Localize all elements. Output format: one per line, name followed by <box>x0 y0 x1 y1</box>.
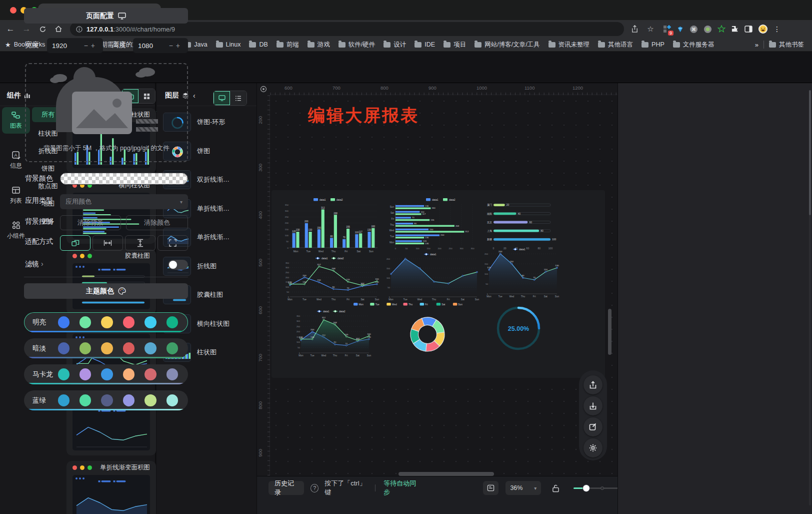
lock-icon[interactable] <box>552 484 560 492</box>
bookmark-folder[interactable]: 设计 <box>384 41 406 49</box>
horizontal-scrollbar[interactable] <box>398 472 494 476</box>
forward-icon[interactable]: → <box>21 24 32 35</box>
back-icon[interactable]: ← <box>5 24 16 35</box>
theme-row-马卡龙[interactable]: 马卡龙 <box>24 364 188 384</box>
edit-button[interactable] <box>584 417 602 436</box>
clear-background-button[interactable]: 清除背景 <box>60 215 121 230</box>
bookmarks-star-icon[interactable]: ★ <box>5 41 11 49</box>
theme-row-蓝绿[interactable]: 蓝绿 <box>24 390 188 410</box>
svg-text:50: 50 <box>298 346 300 349</box>
fit-scale-button[interactable] <box>60 235 90 251</box>
svg-text:Sun: Sun <box>375 298 380 301</box>
layer-view-toggle-group <box>213 91 247 106</box>
bookmark-folder[interactable]: 网站/博客/文章/工具 <box>474 41 540 49</box>
bookmark-folder[interactable]: 游戏 <box>308 41 330 49</box>
slider-thumb[interactable] <box>582 484 590 492</box>
dot-extension-icon[interactable] <box>704 25 712 34</box>
gem-extension-icon[interactable] <box>676 26 684 33</box>
card-preview <box>72 404 150 450</box>
traffic-close-icon[interactable] <box>10 7 16 14</box>
vertical-scrollbar[interactable] <box>608 309 612 355</box>
filter-toggle[interactable] <box>168 260 188 270</box>
theme-color-dot <box>166 316 178 328</box>
bookmark-folder[interactable]: 软件/硬件 <box>338 41 375 49</box>
bookmark-star-icon[interactable]: ☆ <box>645 24 656 35</box>
bookmark-folder[interactable]: 文件服务器 <box>673 41 714 49</box>
background-upload-dropzone[interactable]: 背景图需小于 5M ，格式为 png/jpg/gif 的文件 <box>25 63 188 162</box>
canvas-chart-line-area[interactable]: 0501001502001202001508070110130MonTueWed… <box>482 246 560 298</box>
reload-icon[interactable] <box>37 24 48 35</box>
theme-row-明亮[interactable]: 明亮 <box>24 312 188 332</box>
bookmark-folder[interactable]: Linux <box>216 41 241 49</box>
app-type-select[interactable]: 应用颜色▾ <box>60 194 188 209</box>
canvas-chart-bar-horizontal[interactable]: 050100150200250300350MonTueWedThuFriSatS… <box>384 196 482 250</box>
puzzle-extensions-icon[interactable] <box>731 25 739 33</box>
component-card-胶囊柱图[interactable]: 胶囊柱图 <box>66 249 156 314</box>
svg-text:1000: 1000 <box>476 85 487 91</box>
extension-grid-icon[interactable]: 9 <box>663 25 671 33</box>
svg-text:117: 117 <box>361 282 365 285</box>
svg-text:Sun: Sun <box>390 206 394 208</box>
fit-height-button[interactable] <box>125 235 156 251</box>
width-stepper[interactable]: 1920−+ <box>47 38 103 53</box>
bookmark-folder[interactable]: DB <box>249 41 268 49</box>
layer-thumbnail-toggle[interactable] <box>214 91 230 105</box>
notes-button[interactable] <box>483 481 498 495</box>
help-icon[interactable]: ? <box>310 484 318 492</box>
theme-color-dot <box>123 342 134 354</box>
canvas-chart-capsule-bar[interactable]: 厦门20南阳40北京60上海80新疆100020406080100 <box>484 198 558 250</box>
zoom-select[interactable]: 36%▾ <box>506 481 541 495</box>
dashboard-preview[interactable]: 0501001502002503003501202001508070110130… <box>272 190 605 378</box>
clear-color-button[interactable]: 清除颜色 <box>126 215 188 230</box>
card-header: 单折线渐变面积图 <box>66 461 156 474</box>
command-extension-icon[interactable]: ⌘ <box>690 25 698 34</box>
category-饼图[interactable]: 饼图 <box>32 164 64 173</box>
bookmark-folder[interactable]: IDE <box>414 41 435 49</box>
layer-label: 单折线渐… <box>197 233 230 242</box>
svg-text:110: 110 <box>544 268 548 271</box>
bookmark-folder[interactable]: 前端 <box>276 41 299 49</box>
bg-color-swatch[interactable] <box>60 173 188 185</box>
bookmark-folder[interactable]: 资讯未整理 <box>548 41 590 49</box>
home-icon[interactable] <box>53 24 64 35</box>
import-button[interactable] <box>584 396 602 415</box>
bookmark-folder[interactable]: PHP <box>642 41 664 49</box>
bookmarks-overflow-icon[interactable]: » <box>755 41 758 49</box>
zoom-slider[interactable] <box>574 484 618 491</box>
bookmark-folder[interactable]: 项目 <box>444 41 466 49</box>
share-icon[interactable] <box>629 24 640 35</box>
theme-color-dot <box>101 368 112 380</box>
export-button[interactable] <box>584 375 602 394</box>
canvas-chart-pie-donut[interactable]: MonTueWedThuFriSatSun <box>352 301 472 359</box>
canvas-chart-line-gradient[interactable]: 050100150200MonTueWedThuFriSatSundata1 <box>384 251 480 301</box>
history-button[interactable]: 历史记录 <box>268 481 304 495</box>
settings-button[interactable] <box>584 438 602 457</box>
component-card-单折线渐变面积图[interactable]: 单折线渐变面积图 <box>66 461 156 514</box>
sidebar-toggle-icon[interactable] <box>744 26 752 33</box>
canvas-chart-ring-progress[interactable]: 25.00% <box>496 304 542 352</box>
component-card-横向柱状图[interactable]: 横向柱状图 <box>66 179 156 244</box>
fit-stretch-button[interactable] <box>158 235 188 251</box>
sidebar-item-icon: A <box>12 151 20 160</box>
layer-list-toggle[interactable] <box>230 91 246 105</box>
url-bar[interactable]: 127.0.0.1:3000/#/chart/home/9 <box>70 22 624 36</box>
stepper-minus-plus-icons: −+ <box>169 42 183 50</box>
other-bookmarks-folder[interactable]: 其他书签 <box>769 41 804 49</box>
height-stepper[interactable]: 1080−+ <box>133 38 188 53</box>
fit-width-button[interactable] <box>92 235 123 251</box>
collapse-panel-icon[interactable]: ‹ <box>193 92 196 100</box>
svg-text:⌘: ⌘ <box>692 26 696 32</box>
canvas-text-title[interactable]: 编辑大屏报表 <box>308 104 419 127</box>
svg-text:data2: data2 <box>449 198 456 201</box>
bookmark-folder[interactable]: 其他语言 <box>598 41 633 49</box>
green-star-extension-icon[interactable] <box>718 25 726 33</box>
svg-text:data1: data1 <box>430 253 436 256</box>
svg-text:Sun: Sun <box>369 250 374 253</box>
profile-avatar-icon[interactable] <box>758 24 768 34</box>
config-scrollbar-thumb[interactable] <box>809 90 811 215</box>
theme-row-暗淡[interactable]: 暗淡 <box>24 338 188 358</box>
browser-menu-icon[interactable]: ⋮ <box>774 25 780 33</box>
canvas-chart-bar-grouped[interactable]: 0501001502002503003501202001508070110130… <box>282 196 380 253</box>
theme-color-dot <box>123 316 134 328</box>
canvas-chart-line-dual[interactable]: 0501001502002503003501202001508070110130… <box>282 255 380 301</box>
